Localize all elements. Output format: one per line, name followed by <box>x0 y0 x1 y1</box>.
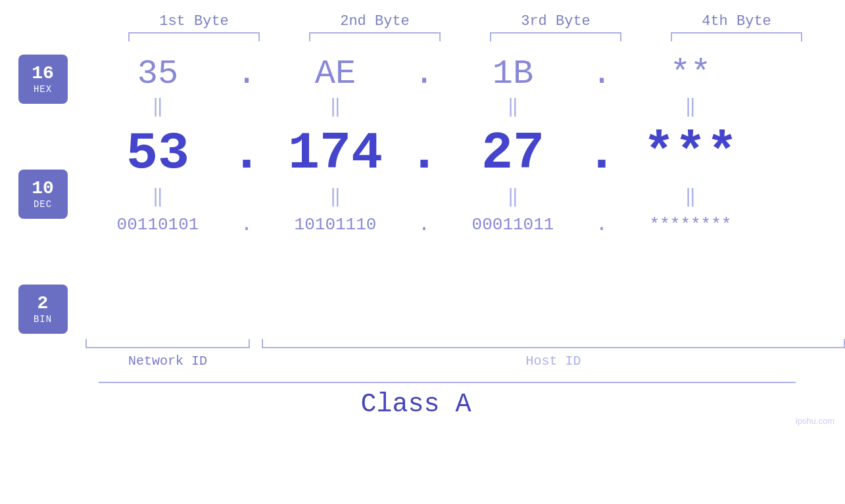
eq1-c2: ‖ <box>263 96 408 120</box>
hex-badge-num: 16 <box>32 64 54 84</box>
class-label: Class A <box>0 390 845 419</box>
eq2-c2: ‖ <box>263 186 408 210</box>
bin-d3: . <box>585 214 618 236</box>
hex-d1: . <box>230 55 263 93</box>
byte-headers: 1st Byte 2nd Byte 3rd Byte 4th Byte <box>104 13 827 30</box>
eq1-c3: ‖ <box>441 96 585 120</box>
dec-d1: . <box>230 124 263 183</box>
dec-d3: . <box>585 124 618 183</box>
bracket-4 <box>671 32 802 41</box>
dec-b1: 53 <box>85 124 230 183</box>
bracket-1 <box>128 32 260 41</box>
eq1-c1: ‖ <box>85 96 230 120</box>
hex-b2: AE <box>263 55 408 93</box>
eq-row-2: ‖ ‖ ‖ ‖ <box>85 186 845 210</box>
network-id-label: Network ID <box>85 354 250 369</box>
dec-row: 53 . 174 . 27 . *** <box>85 124 845 183</box>
bottom-labels-row: Network ID Host ID <box>85 354 845 369</box>
hex-d3: . <box>585 55 618 93</box>
eq1-c4: ‖ <box>618 96 763 120</box>
hex-b4: ** <box>618 55 763 93</box>
byte2-header: 2nd Byte <box>302 13 447 30</box>
bracket-3 <box>490 32 621 41</box>
byte1-header: 1st Byte <box>122 13 266 30</box>
bin-b4: ******** <box>618 215 763 235</box>
watermark: ipshu.com <box>796 416 834 426</box>
dec-d2: . <box>408 124 441 183</box>
byte3-header: 3rd Byte <box>483 13 628 30</box>
eq2-c3: ‖ <box>441 186 585 210</box>
bin-row: 00110101 . 10101110 . 00011011 . <box>85 214 845 236</box>
data-column: 35 . AE . 1B . ** <box>85 48 845 334</box>
bin-badge: 2 BIN <box>18 285 68 334</box>
network-id-bracket <box>85 339 250 348</box>
bin-b3: 00011011 <box>441 215 585 235</box>
hex-badge: 16 HEX <box>18 55 68 104</box>
host-id-label: Host ID <box>262 354 845 369</box>
bin-badge-num: 2 <box>37 294 49 314</box>
class-line <box>99 382 796 383</box>
hex-row: 35 . AE . 1B . ** <box>85 55 845 93</box>
eq2-c1: ‖ <box>85 186 230 210</box>
eq-row-1: ‖ ‖ ‖ ‖ <box>85 96 845 120</box>
bin-d1: . <box>230 214 263 236</box>
badge-column: 16 HEX 10 DEC 2 BIN <box>0 48 85 334</box>
hex-d2: . <box>408 55 441 93</box>
bin-badge-label: BIN <box>34 314 52 325</box>
main-container: 1st Byte 2nd Byte 3rd Byte 4th Byte 16 H… <box>0 0 845 504</box>
top-brackets <box>104 32 827 41</box>
bin-b2: 10101110 <box>263 215 408 235</box>
dec-badge: 10 DEC <box>18 170 68 219</box>
hex-b3: 1B <box>441 55 585 93</box>
bottom-bracket-section: Network ID Host ID <box>85 339 845 369</box>
hex-badge-label: HEX <box>34 84 52 95</box>
byte4-header: 4th Byte <box>664 13 809 30</box>
host-id-bracket <box>262 339 845 348</box>
bottom-brackets-container <box>85 339 845 348</box>
bracket-2 <box>309 32 441 41</box>
bin-b1: 00110101 <box>85 215 230 235</box>
dec-b3: 27 <box>441 124 585 183</box>
bin-d2: . <box>408 214 441 236</box>
dec-badge-label: DEC <box>34 199 52 210</box>
dec-b4: *** <box>618 124 763 183</box>
dec-badge-num: 10 <box>32 179 54 199</box>
hex-b1: 35 <box>85 55 230 93</box>
eq2-c4: ‖ <box>618 186 763 210</box>
class-section: Class A ipshu.com <box>0 382 845 419</box>
dec-b2: 174 <box>263 124 408 183</box>
content-area: 16 HEX 10 DEC 2 BIN 35 . <box>0 48 845 334</box>
